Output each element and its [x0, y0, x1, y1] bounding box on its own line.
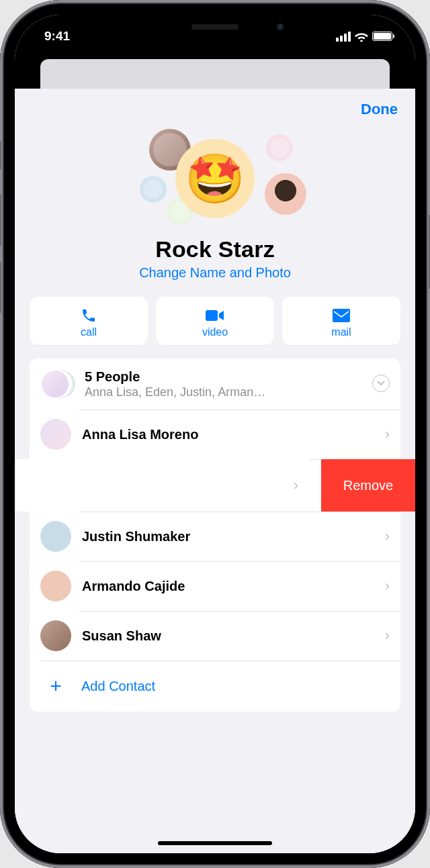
people-count: 5 People — [85, 369, 372, 385]
status-time: 9:41 — [44, 29, 70, 44]
cellular-icon — [336, 32, 351, 42]
video-label: video — [159, 326, 271, 338]
member-name: den Sears — [15, 478, 294, 493]
video-button[interactable]: video — [156, 297, 274, 345]
chevron-right-icon: › — [385, 528, 390, 545]
member-name: Susan Shaw — [82, 628, 385, 644]
people-summary-row[interactable]: 5 People Anna Lisa, Eden, Justin, Arman… — [30, 358, 400, 409]
done-button[interactable]: Done — [361, 101, 398, 118]
phone-icon — [32, 306, 145, 325]
avatar-icon — [40, 571, 71, 601]
chevron-right-icon: › — [385, 627, 390, 644]
members-list: 5 People Anna Lisa, Eden, Justin, Arman…… — [30, 358, 400, 712]
member-name: Justin Shumaker — [82, 529, 385, 544]
svg-rect-0 — [206, 310, 218, 321]
group-details-sheet: Done 🤩 Rock Starz Change Name and Photo — [15, 89, 415, 853]
member-row[interactable]: Anna Lisa Moreno › — [30, 409, 400, 459]
mail-label: mail — [285, 326, 398, 338]
mail-icon — [285, 306, 398, 325]
battery-icon — [372, 32, 392, 41]
chevron-right-icon: › — [294, 477, 298, 494]
video-icon — [159, 306, 271, 325]
avatar-icon — [40, 620, 71, 651]
member-row-swiped[interactable]: den Sears › Remove — [30, 459, 400, 512]
member-row[interactable]: Armando Cajide › — [30, 561, 400, 611]
group-photo-icon: 🤩 — [175, 139, 255, 218]
avatar-stack-icon — [40, 369, 78, 400]
mail-button[interactable]: mail — [282, 297, 400, 345]
add-contact-row[interactable]: + Add Contact — [30, 661, 400, 712]
member-row[interactable]: Susan Shaw › — [30, 611, 400, 661]
wifi-icon — [355, 31, 368, 42]
member-name: Armando Cajide — [82, 579, 385, 594]
change-name-photo-link[interactable]: Change Name and Photo — [28, 265, 402, 281]
chevron-right-icon: › — [385, 577, 390, 595]
collapse-icon[interactable] — [372, 375, 390, 392]
add-contact-label: Add Contact — [81, 679, 155, 694]
call-label: call — [32, 326, 145, 338]
call-button[interactable]: call — [30, 297, 148, 345]
home-indicator[interactable] — [158, 841, 272, 845]
group-avatar-cluster[interactable]: 🤩 — [114, 125, 316, 232]
avatar-icon — [40, 419, 71, 450]
chevron-right-icon: › — [385, 426, 390, 443]
remove-button[interactable]: Remove — [321, 459, 415, 512]
plus-icon: + — [42, 673, 69, 700]
member-name: Anna Lisa Moreno — [82, 427, 385, 442]
member-row[interactable]: Justin Shumaker › — [30, 512, 400, 561]
avatar-icon — [40, 521, 71, 552]
group-name: Rock Starz — [28, 236, 402, 262]
people-names: Anna Lisa, Eden, Justin, Arman… — [85, 385, 372, 399]
background-sheet — [40, 59, 390, 89]
